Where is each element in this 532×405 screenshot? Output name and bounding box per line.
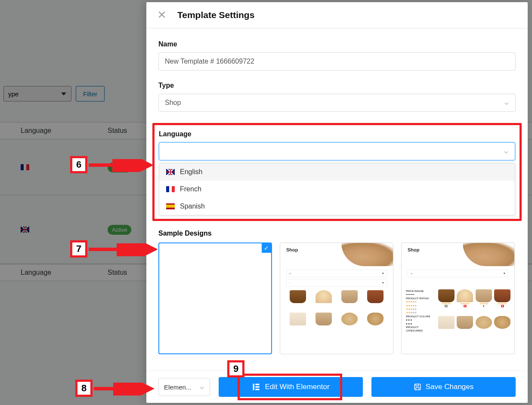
sample-design-sidebar[interactable]: Shop ⌕▾ PRICE RANGE━━━━━PRODUCT RATING ★… (401, 242, 515, 354)
language-option-label: English (180, 168, 202, 176)
th-status: Status (108, 127, 127, 135)
type-label: Type (158, 82, 516, 89)
editor-value: Elemen... (164, 384, 191, 391)
th-language: Language (0, 269, 108, 276)
thumb-sidebar: PRICE RANGE━━━━━PRODUCT RATING ★★★★★ ★★★… (406, 289, 433, 333)
language-section-highlight: Language English French Spanish (152, 123, 522, 221)
language-option-english[interactable]: English (159, 163, 515, 181)
save-icon (414, 383, 421, 391)
language-option-label: Spanish (180, 202, 205, 210)
language-dropdown: English French Spanish (159, 163, 515, 215)
type-select[interactable]: Shop (158, 94, 516, 112)
chevron-down-icon (504, 100, 509, 105)
th-status: Status (108, 269, 127, 276)
svg-rect-0 (253, 384, 254, 390)
check-icon: ✓ (262, 243, 271, 253)
language-option-label: French (180, 185, 201, 193)
status-badge: Active (108, 225, 131, 235)
close-icon (158, 9, 165, 20)
language-select[interactable] (159, 142, 515, 160)
france-flag-icon (166, 186, 175, 192)
th-language: Language (0, 127, 108, 135)
save-changes-button[interactable]: Save Changes (371, 377, 516, 397)
spain-flag-icon (166, 203, 175, 209)
save-button-label: Save Changes (426, 383, 474, 391)
bg-type-select[interactable]: ype (3, 86, 71, 101)
annotation-badge-8: 8 (75, 380, 93, 397)
template-settings-modal: Template Settings Name Type Shop Languag… (146, 2, 528, 403)
svg-rect-1 (256, 384, 260, 385)
modal-title: Template Settings (177, 10, 254, 20)
edit-button-label: Edit With Elementor (265, 383, 329, 391)
type-value: Shop (165, 99, 181, 107)
elementor-icon (252, 383, 260, 391)
filter-button[interactable]: Filter (76, 86, 105, 101)
annotation-badge-7: 7 (70, 240, 87, 258)
annotation-arrow-7 (89, 243, 158, 256)
svg-rect-3 (256, 389, 260, 390)
close-button[interactable] (158, 10, 165, 20)
language-option-french[interactable]: French (159, 181, 515, 198)
editor-select[interactable]: Elemen... (158, 378, 210, 396)
uk-flag-icon (21, 227, 29, 233)
chevron-down-icon (504, 149, 509, 154)
name-label: Name (158, 40, 516, 48)
language-option-spanish[interactable]: Spanish (159, 198, 515, 215)
sample-design-blank[interactable]: ✓ (158, 242, 272, 354)
sample-design-grid[interactable]: Shop ⌕▾ ·▾ (280, 242, 393, 354)
language-label: Language (159, 130, 515, 138)
svg-rect-2 (256, 386, 260, 387)
france-flag-icon (21, 164, 29, 170)
annotation-arrow-8 (94, 383, 154, 396)
svg-rect-4 (414, 384, 421, 390)
annotation-badge-9: 9 (227, 360, 244, 377)
name-input[interactable] (158, 52, 516, 71)
annotation-badge-6: 6 (70, 156, 87, 173)
annotation-arrow-6 (89, 159, 153, 172)
sample-designs-label: Sample Designs (158, 230, 516, 237)
edit-with-elementor-button[interactable]: Edit With Elementor (219, 377, 363, 397)
uk-flag-icon (166, 169, 175, 175)
chevron-down-icon (199, 384, 204, 390)
